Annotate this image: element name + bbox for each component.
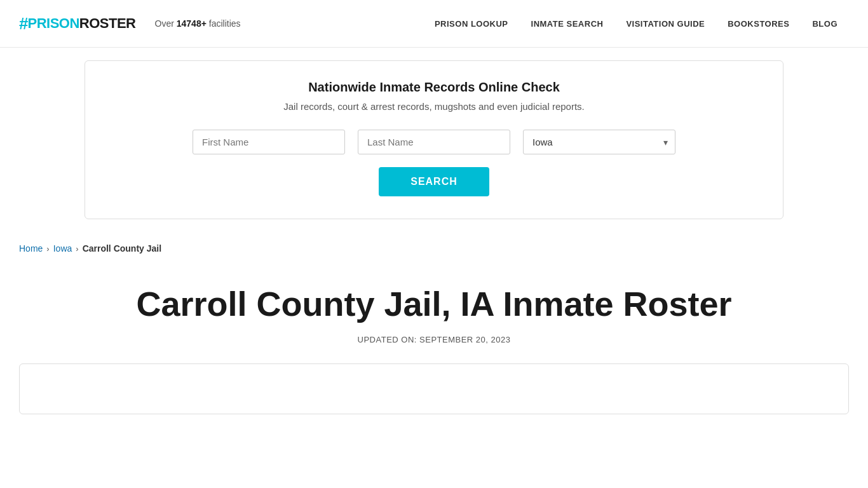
logo-roster: ROSTER <box>79 15 136 32</box>
first-name-input[interactable] <box>193 130 345 154</box>
site-logo[interactable]: # PRISON ROSTER <box>19 14 136 34</box>
nav-blog[interactable]: BLOG <box>801 0 849 48</box>
last-name-input[interactable] <box>358 130 510 154</box>
state-select[interactable]: AlabamaAlaskaArizonaArkansasCaliforniaCo… <box>523 130 675 154</box>
bottom-card-wrapper <box>0 363 868 414</box>
site-header: # PRISON ROSTER Over 14748+ facilities P… <box>0 0 868 48</box>
search-card-title: Nationwide Inmate Records Online Check <box>111 80 757 95</box>
breadcrumb-iowa[interactable]: Iowa <box>53 243 72 254</box>
logo-prison: PRISON <box>27 15 79 32</box>
page-updated-label: UPDATED ON: SEPTEMBER 20, 2023 <box>19 335 849 344</box>
nav-bookstores[interactable]: BOOKSTORES <box>716 0 801 48</box>
search-card-subtitle: Jail records, court & arrest records, mu… <box>111 101 757 112</box>
search-card: Nationwide Inmate Records Online Check J… <box>85 60 783 219</box>
breadcrumb-home[interactable]: Home <box>19 243 43 254</box>
search-card-wrapper: Nationwide Inmate Records Online Check J… <box>0 48 868 232</box>
last-name-group <box>358 130 510 154</box>
logo-hash: # <box>19 14 27 34</box>
bottom-card <box>19 363 849 414</box>
breadcrumb-sep-2: › <box>76 244 78 254</box>
page-title-section: Carroll County Jail, IA Inmate Roster UP… <box>0 265 868 357</box>
search-button[interactable]: SEARCH <box>379 167 489 196</box>
nav-inmate-search[interactable]: INMATE SEARCH <box>520 0 615 48</box>
search-btn-wrapper: SEARCH <box>111 167 757 196</box>
state-select-wrapper: AlabamaAlaskaArizonaArkansasCaliforniaCo… <box>523 130 675 154</box>
nav-visitation-guide[interactable]: VISITATION GUIDE <box>614 0 716 48</box>
breadcrumb-sep-1: › <box>46 244 49 254</box>
main-nav: PRISON LOOKUP INMATE SEARCH VISITATION G… <box>423 0 849 48</box>
breadcrumb-section: Home › Iowa › Carroll County Jail <box>0 232 868 265</box>
state-group: AlabamaAlaskaArizonaArkansasCaliforniaCo… <box>523 130 675 154</box>
facilities-count-text: Over 14748+ facilities <box>155 18 241 29</box>
facilities-number: 14748+ <box>177 18 207 29</box>
breadcrumb: Home › Iowa › Carroll County Jail <box>19 243 849 254</box>
page-main-title: Carroll County Jail, IA Inmate Roster <box>19 284 849 323</box>
nav-prison-lookup[interactable]: PRISON LOOKUP <box>423 0 520 48</box>
breadcrumb-current: Carroll County Jail <box>83 243 161 254</box>
search-fields-row: AlabamaAlaskaArizonaArkansasCaliforniaCo… <box>111 130 757 154</box>
first-name-group <box>193 130 345 154</box>
